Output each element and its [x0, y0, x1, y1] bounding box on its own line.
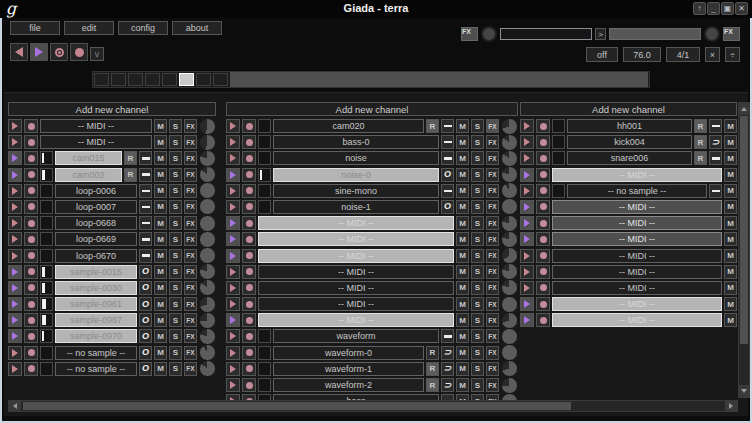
channel-record-actions-button[interactable]: R: [124, 168, 137, 182]
channel-play-button[interactable]: [226, 297, 240, 311]
menu-about-button[interactable]: about: [172, 21, 222, 35]
channel-record-button[interactable]: [242, 200, 256, 214]
channel-volume-knob[interactable]: [501, 296, 518, 313]
channel-volume-knob[interactable]: [199, 182, 216, 199]
channel-mode-button[interactable]: O: [441, 168, 454, 182]
channel-mute-button[interactable]: M: [154, 265, 167, 279]
channel-name-button[interactable]: sample-0015: [55, 265, 137, 279]
channel-play-button[interactable]: [520, 168, 534, 182]
channel-fx-button[interactable]: FX: [184, 200, 197, 214]
titlebar[interactable]: g Giada - terra ↑_▣✕: [0, 0, 752, 18]
channel-record-button[interactable]: [536, 135, 550, 149]
channel-mode-button[interactable]: O: [139, 265, 152, 279]
channel-mode-button[interactable]: [139, 151, 152, 165]
vertical-scroll-thumb[interactable]: [740, 116, 748, 344]
channel-play-button[interactable]: [226, 168, 240, 182]
channel-mute-button[interactable]: M: [154, 297, 167, 311]
channel-record-button[interactable]: [24, 119, 38, 133]
channel-solo-button[interactable]: S: [169, 346, 182, 360]
channel-play-button[interactable]: [8, 232, 22, 246]
channel-mute-button[interactable]: M: [456, 362, 469, 376]
channel-record-actions-button[interactable]: R: [694, 151, 707, 165]
channel-name-button[interactable]: noise-1: [273, 200, 439, 214]
channel-name-button[interactable]: -- MIDI --: [258, 265, 454, 279]
channel-volume-knob[interactable]: [199, 247, 216, 264]
channel-mute-button[interactable]: M: [154, 346, 167, 360]
channel-record-button[interactable]: [536, 168, 550, 182]
channel-mute-button[interactable]: M: [724, 119, 737, 133]
channel-play-button[interactable]: [226, 216, 240, 230]
channel-solo-button[interactable]: S: [471, 249, 484, 263]
channel-name-button[interactable]: -- no sample --: [55, 362, 137, 376]
channel-play-button[interactable]: [226, 329, 240, 343]
channel-record-button[interactable]: [242, 184, 256, 198]
channel-fx-button[interactable]: FX: [184, 216, 197, 230]
channel-record-button[interactable]: [24, 362, 38, 376]
channel-mode-button[interactable]: O: [139, 329, 152, 343]
channel-fx-button[interactable]: FX: [184, 232, 197, 246]
channel-volume-knob[interactable]: [501, 215, 518, 232]
channel-mute-button[interactable]: M: [154, 119, 167, 133]
channel-mute-button[interactable]: M: [724, 232, 737, 246]
channel-mute-button[interactable]: M: [154, 151, 167, 165]
channel-mode-button[interactable]: [709, 151, 722, 165]
channel-play-button[interactable]: [226, 151, 240, 165]
channel-mode-button[interactable]: [441, 119, 454, 133]
channel-play-button[interactable]: [8, 200, 22, 214]
channel-fx-button[interactable]: FX: [486, 168, 499, 182]
channel-record-button[interactable]: [24, 297, 38, 311]
channel-play-button[interactable]: [226, 249, 240, 263]
channel-mode-button[interactable]: O: [441, 200, 454, 214]
channel-mute-button[interactable]: M: [724, 249, 737, 263]
channel-solo-button[interactable]: S: [169, 151, 182, 165]
channel-fx-button[interactable]: FX: [486, 184, 499, 198]
channel-fx-button[interactable]: FX: [184, 362, 197, 376]
channel-name-button[interactable]: -- MIDI --: [258, 297, 454, 311]
channel-play-button[interactable]: [8, 346, 22, 360]
channel-record-button[interactable]: [24, 184, 38, 198]
channel-mode-button[interactable]: ⊃: [441, 378, 454, 392]
channel-name-button[interactable]: sample-0967: [55, 313, 137, 327]
channel-record-button[interactable]: [536, 119, 550, 133]
channel-fx-button[interactable]: FX: [486, 216, 499, 230]
master-out-volume-knob[interactable]: [704, 26, 720, 42]
channel-mute-button[interactable]: M: [456, 346, 469, 360]
channel-solo-button[interactable]: S: [471, 151, 484, 165]
channel-record-button[interactable]: [24, 151, 38, 165]
channel-solo-button[interactable]: S: [471, 184, 484, 198]
channel-solo-button[interactable]: S: [169, 265, 182, 279]
channel-volume-knob[interactable]: [199, 118, 216, 135]
channel-record-button[interactable]: [536, 313, 550, 327]
channel-solo-button[interactable]: S: [471, 313, 484, 327]
channel-name-button[interactable]: loop-0669: [55, 232, 137, 246]
channel-fx-button[interactable]: FX: [486, 200, 499, 214]
channel-record-button[interactable]: [242, 151, 256, 165]
channel-solo-button[interactable]: S: [471, 346, 484, 360]
channel-fx-button[interactable]: FX: [486, 265, 499, 279]
channel-volume-knob[interactable]: [199, 215, 216, 232]
shade-button[interactable]: ↑: [693, 2, 706, 15]
channel-record-button[interactable]: [24, 281, 38, 295]
channel-record-button[interactable]: [536, 297, 550, 311]
channel-fx-button[interactable]: FX: [184, 313, 197, 327]
channel-volume-knob[interactable]: [501, 279, 518, 296]
channel-record-button[interactable]: [242, 297, 256, 311]
menu-edit-button[interactable]: edit: [64, 21, 114, 35]
channel-volume-knob[interactable]: [199, 328, 216, 345]
channel-fx-button[interactable]: FX: [184, 135, 197, 149]
channel-volume-knob[interactable]: [199, 166, 216, 183]
channel-name-button[interactable]: -- MIDI --: [552, 168, 722, 182]
channel-record-button[interactable]: [242, 281, 256, 295]
channel-name-button[interactable]: noise: [273, 151, 439, 165]
channel-play-button[interactable]: [226, 362, 240, 376]
channel-name-button[interactable]: -- no sample --: [567, 184, 707, 198]
channel-play-button[interactable]: [8, 216, 22, 230]
channel-name-button[interactable]: loop-0007: [55, 200, 137, 214]
channel-volume-knob[interactable]: [501, 344, 518, 361]
channel-record-button[interactable]: [536, 249, 550, 263]
channel-name-button[interactable]: -- MIDI --: [40, 135, 152, 149]
channel-mute-button[interactable]: M: [724, 184, 737, 198]
add-new-channel-button[interactable]: Add new channel: [8, 102, 216, 116]
channel-mute-button[interactable]: M: [456, 378, 469, 392]
channel-mute-button[interactable]: M: [456, 184, 469, 198]
